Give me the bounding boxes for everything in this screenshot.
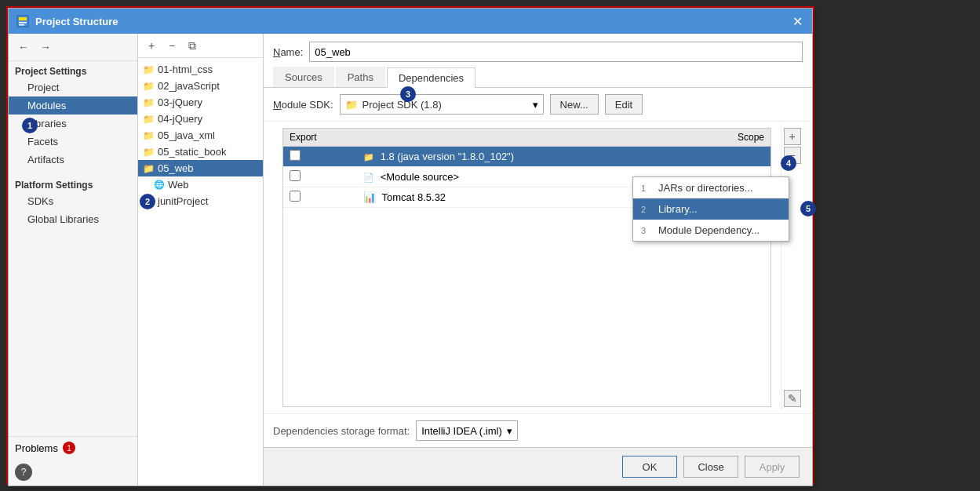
sdk-label: Module SDK: — [273, 99, 333, 111]
sidebar-item-project[interactable]: Project — [9, 78, 137, 96]
close-dialog-button[interactable]: Close — [683, 456, 738, 478]
folder-icon: 📁 — [143, 163, 155, 174]
edit-dep-button[interactable]: ✎ — [784, 390, 801, 407]
title-bar: Project Structure ✕ — [9, 9, 812, 34]
storage-select[interactable]: IntelliJ IDEA (.iml) ▾ — [416, 420, 518, 441]
tab-dependencies[interactable]: Dependencies — [387, 67, 475, 88]
ok-button[interactable]: OK — [622, 456, 677, 478]
dropdown-item-label: Module Dependency... — [658, 224, 760, 236]
close-button[interactable]: ✕ — [790, 14, 804, 28]
folder-icon: 📁 — [143, 81, 155, 92]
dropdown-item-label: Library... — [658, 203, 698, 215]
dropdown-item-jars[interactable]: 1 JARs or directories... — [633, 177, 789, 198]
name-label: Name: — [273, 46, 303, 58]
folder-icon: 📁 — [143, 114, 155, 125]
storage-dropdown-arrow: ▾ — [507, 425, 512, 437]
tree-item-label: 05_java_xml — [158, 129, 215, 141]
tree-item-03jquery[interactable]: 📁 03-jQuery — [138, 94, 263, 111]
main-content: Name: Sources Paths Dependencies — [264, 34, 812, 486]
tree-item-label: 05_web — [158, 162, 194, 174]
folder-icon: 📁 — [143, 196, 155, 207]
tree-item-label: 01-html_css — [158, 64, 213, 75]
dep-export-cell — [283, 147, 357, 167]
sidebar: ← → Project Settings Project Modules Lib… — [9, 34, 138, 486]
module-panel: + − ⧉ 📁 01-html_css 📁 02_javaScript 📁 — [138, 34, 264, 486]
project-structure-dialog: Project Structure ✕ ← → Project Settings… — [8, 8, 813, 486]
sidebar-item-libraries[interactable]: Libraries — [9, 115, 137, 133]
dep-label: 1.8 (java version "1.8.0_102") — [381, 151, 514, 162]
dep-name-cell: 📄 <Module source> — [357, 167, 660, 187]
item-num-1: 1 — [641, 184, 652, 193]
tree-item-label: junitProject — [158, 195, 208, 207]
tree-item-junit[interactable]: 📁 junitProject — [138, 193, 263, 209]
module-tree: 📁 01-html_css 📁 02_javaScript 📁 03-jQuer… — [138, 58, 263, 486]
tab-paths[interactable]: Paths — [336, 67, 385, 87]
tree-item-05staticbook[interactable]: 📁 05_static_book — [138, 144, 263, 160]
sidebar-item-facets[interactable]: Facets — [9, 133, 137, 151]
storage-value: IntelliJ IDEA (.iml) — [421, 425, 502, 437]
sidebar-item-global-libraries[interactable]: Global Libraries — [9, 210, 137, 228]
tree-item-label: Web — [168, 179, 189, 191]
tomcat-icon: 📊 — [363, 191, 376, 203]
dep-name-cell: 📁 1.8 (java version "1.8.0_102") — [357, 147, 660, 167]
sidebar-artifacts-label: Artifacts — [27, 154, 64, 165]
export-header: Export — [283, 129, 357, 147]
tree-item-01html[interactable]: 📁 01-html_css — [138, 61, 263, 78]
add-module-button[interactable]: + — [143, 37, 160, 54]
tab-sources[interactable]: Sources — [273, 67, 334, 87]
name-header — [357, 129, 660, 147]
svg-rect-3 — [19, 24, 24, 26]
dep-export-cell — [283, 187, 357, 208]
sidebar-item-artifacts[interactable]: Artifacts — [9, 151, 137, 169]
tree-item-05web[interactable]: 📁 05_web — [138, 160, 263, 176]
tree-item-label: 03-jQuery — [158, 96, 202, 108]
tree-item-label: 02_javaScript — [158, 80, 220, 92]
help-button[interactable]: ? — [15, 464, 32, 481]
forward-button[interactable]: → — [37, 38, 54, 56]
dropdown-item-library[interactable]: 2 Library... — [633, 198, 789, 220]
dropdown-item-module-dep[interactable]: 3 Module Dependency... — [633, 220, 789, 241]
dep-label: <Module source> — [381, 171, 459, 183]
sidebar-modules-label: Modules — [27, 100, 66, 111]
sdk-folder-icon: 📁 — [345, 99, 358, 111]
tabs-bar: Sources Paths Dependencies — [264, 67, 812, 88]
dep-name-cell: 📊 Tomcat 8.5.32 — [357, 187, 660, 208]
edit-sdk-button[interactable]: Edit — [605, 94, 643, 115]
tree-item-05javaxml[interactable]: 📁 05_java_xml — [138, 127, 263, 144]
sdk-dropdown-arrow: ▾ — [533, 99, 538, 111]
dep-export-checkbox[interactable] — [290, 191, 301, 202]
remove-module-button[interactable]: − — [163, 37, 180, 54]
apply-button[interactable]: Apply — [745, 456, 800, 478]
dep-scope-cell — [660, 147, 771, 167]
sidebar-nav: ← → — [9, 34, 137, 61]
dep-export-checkbox[interactable] — [290, 170, 301, 181]
folder-icon: 📁 — [143, 64, 155, 75]
sidebar-facets-label: Facets — [27, 136, 58, 147]
sidebar-project-label: Project — [27, 82, 59, 93]
add-dep-button[interactable]: + — [784, 128, 801, 145]
dep-area: Export Scope 📁 — [264, 122, 812, 413]
tree-item-web[interactable]: 🌐 Web — [138, 176, 263, 193]
name-input[interactable] — [309, 42, 803, 62]
dep-label: Tomcat 8.5.32 — [381, 191, 446, 203]
remove-dep-button[interactable]: − — [784, 147, 801, 164]
sidebar-sdks-label: SDKs — [27, 195, 53, 207]
back-button[interactable]: ← — [15, 38, 32, 56]
item-num-3: 3 — [641, 226, 652, 235]
dep-table-container: Export Scope 📁 — [282, 128, 771, 407]
problems-row[interactable]: Problems 1 — [9, 436, 137, 459]
dep-export-cell — [283, 167, 357, 187]
tree-item-04jquery[interactable]: 📁 04-jQuery — [138, 111, 263, 127]
dialog-wrapper: Project Structure ✕ ← → Project Settings… — [6, 6, 814, 485]
dep-export-checkbox[interactable] — [290, 150, 301, 161]
sdk-select[interactable]: 📁 Project SDK (1.8) ▾ — [340, 94, 544, 115]
dep-row-jdk[interactable]: 📁 1.8 (java version "1.8.0_102") — [283, 147, 771, 167]
tree-item-02js[interactable]: 📁 02_javaScript — [138, 78, 263, 94]
new-sdk-button[interactable]: New... — [550, 94, 599, 115]
sidebar-item-sdks[interactable]: SDKs — [9, 192, 137, 210]
sidebar-item-modules[interactable]: Modules — [9, 96, 137, 115]
copy-module-button[interactable]: ⧉ — [184, 37, 201, 54]
tree-item-label: 04-jQuery — [158, 113, 202, 125]
dialog-icon — [16, 15, 29, 27]
folder-icon: 📁 — [143, 147, 155, 158]
